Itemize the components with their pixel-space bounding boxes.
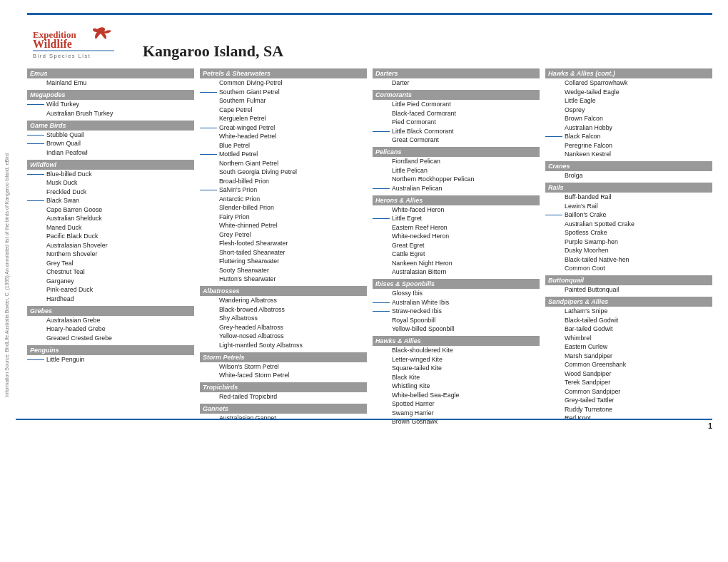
check-line [545,233,562,233]
species-name: Indian Peafowl [46,149,88,157]
list-item: Great Cormorant [373,136,540,145]
list-item: Letter-winged Kite [373,356,540,364]
list-item: Great-winged Petrel [200,124,367,133]
check-line [545,250,562,251]
species-name: Cape Barren Goose [46,206,102,214]
species-name: Black Kite [392,374,420,382]
list-item: Kerguelen Petrel [200,115,367,123]
check-line [373,386,390,387]
section-header-3-3: Buttonquail [545,275,712,285]
check-line [373,377,390,378]
check-line [545,290,562,290]
list-item: White-headed Petrel [200,133,367,141]
check-line [373,413,390,414]
check-line [373,329,390,329]
species-name: Wild Turkey [46,101,79,108]
list-item: Hardhead [27,295,194,304]
species-name: Purple Swamp-hen [565,238,618,246]
check-line [545,374,562,374]
check-line [373,359,390,360]
species-name: Wilson's Storm Petrel [219,363,279,371]
species-name: Great-winged Petrel [219,124,275,132]
list-item: Spotted Harrier [373,400,540,409]
species-name: Black Falcon [565,133,600,140]
species-name: Hoary-headed Grebe [46,325,106,333]
species-name: Fluttering Shearwater [219,257,279,265]
list-item: Fiordland Pelican [373,158,540,166]
columns-area: EmusMainland EmuMegapodesWild TurkeyAust… [27,66,712,427]
check-line [27,218,44,219]
check-line [27,143,44,144]
species-name: Cattle Egret [392,250,425,258]
list-item: Northern Giant Petrel [200,160,367,168]
species-name: Australasian Bittern [392,268,446,276]
section-header-0-4: Grebes [27,306,194,316]
list-item: Black Falcon [545,133,712,141]
list-item: Wild Turkey [27,101,194,109]
check-line [27,299,44,300]
list-item: Musk Duck [27,179,194,188]
list-item: Grey-headed Albatross [200,324,367,332]
species-name: Common Greenshank [565,361,626,369]
list-item: Terek Sandpiper [545,379,712,387]
species-name: Wandering Albatross [219,297,277,305]
list-item: Indian Peafowl [27,149,194,158]
species-name: Little Pied Cormorant [392,101,451,108]
list-item: White-faced Heron [373,206,540,215]
check-line [200,208,217,208]
check-line [545,347,562,347]
list-item: Ruddy Turnstone [545,406,712,414]
check-line [200,172,217,173]
list-item: Short-tailed Shearwater [200,249,367,257]
check-line [27,183,44,183]
species-name: Letter-winged Kite [392,356,443,364]
species-name: Blue Petrel [219,142,250,150]
list-item: Sooty Shearwater [200,267,367,275]
species-name: Northern Giant Petrel [219,160,278,168]
check-line [545,175,562,176]
list-item: Hoary-headed Grebe [27,325,194,334]
species-name: Pacific Black Duck [46,233,98,240]
list-item: Osprey [545,106,712,115]
species-name: Eastern Reef Heron [392,224,448,232]
section-header-2-1: Cormorants [373,90,540,100]
species-name: Cape Petrel [219,106,252,114]
species-name: Dusky Moorhen [565,247,609,255]
list-item: Broad-billed Prion [200,178,367,186]
list-item: Grey-tailed Tattler [545,397,712,405]
list-item: Pacific Black Duck [27,233,194,241]
section-header-2-4: Ibises & Spoonbills [373,279,540,289]
list-item: Marsh Sandpiper [545,352,712,361]
list-item: Wood Sandpiper [545,370,712,379]
species-name: Brolga [565,172,582,180]
page-number: 1 [708,422,712,430]
list-item: Cape Petrel [200,106,367,115]
species-name: Yellow-billed Spoonbill [392,325,454,333]
section-header-3-2: Rails [545,183,712,193]
list-item: Little Penguin [27,356,194,364]
section-header-1-0: Petrels & Shearwaters [200,68,367,78]
check-line [373,210,390,210]
check-line [373,228,390,228]
list-item: White-necked Heron [373,233,540,241]
list-item: Northern Shoveler [27,250,194,259]
species-name: Mainland Emu [46,79,86,87]
check-line [200,217,217,218]
check-line [545,110,562,111]
check-line [373,293,390,294]
list-item: Baillon's Crake [545,211,712,220]
species-name: Great Egret [392,242,424,250]
species-name: Little Black Cormorant [392,128,454,136]
check-line [27,192,44,193]
list-item: Wedge-tailed Eagle [545,88,712,97]
species-name: Musk Duck [46,179,78,187]
check-line [27,338,44,339]
list-item: White-bellied Sea-Eagle [373,392,540,400]
check-line [200,225,217,226]
list-item: Little Egret [373,215,540,223]
list-item: Glossy Ibis [373,290,540,298]
check-line [27,153,44,153]
section-header-3-0: Hawks & Allies (cont.) [545,68,712,78]
species-name: Chestnut Teal [46,268,85,276]
list-item: Southern Fulmar [200,97,367,106]
